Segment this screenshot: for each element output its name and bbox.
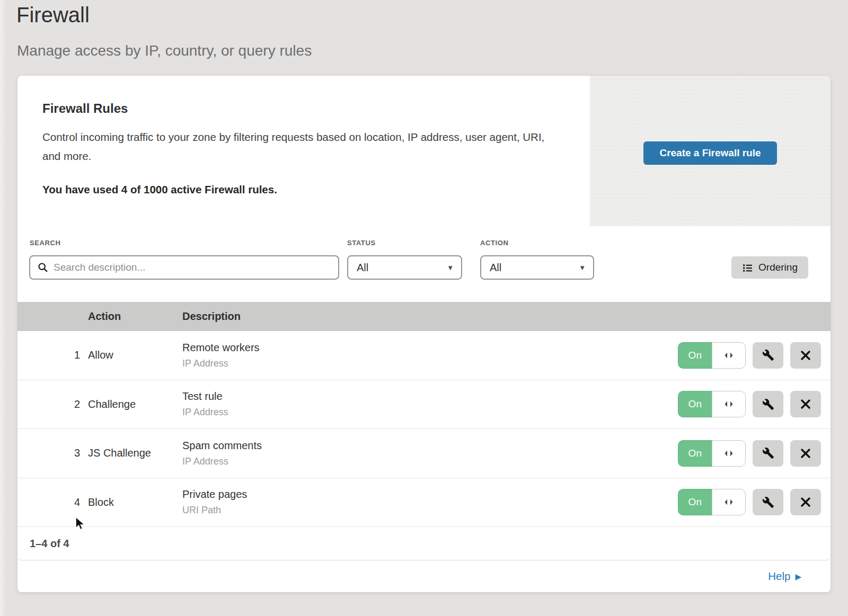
search-label: SEARCH	[30, 239, 61, 247]
close-icon	[800, 448, 811, 459]
rule-priority: 4	[17, 496, 88, 508]
overview-section: Firewall Rules Control incoming traffic …	[42, 101, 572, 196]
section-heading: Firewall Rules	[42, 101, 572, 116]
table-header: Action Description	[17, 302, 831, 331]
status-label: STATUS	[347, 239, 376, 247]
rule-description: Remote workers	[182, 342, 678, 354]
ordering-button-label: Ordering	[758, 262, 798, 273]
page-title: Firewall	[16, 3, 90, 27]
delete-rule-button[interactable]	[790, 489, 821, 515]
description-column-header: Description	[182, 310, 678, 323]
rule-enabled-toggle[interactable]: On	[678, 440, 746, 467]
pagination-status: 1–4 of 4	[17, 528, 831, 560]
table-row: 2 Challenge Test rule IP Address On	[17, 380, 831, 430]
delete-rule-button[interactable]	[790, 342, 821, 369]
toggle-on-label: On	[678, 391, 712, 417]
rule-priority: 3	[17, 447, 88, 459]
firewall-rules-card: Create a Firewall rule Firewall Rules Co…	[17, 76, 831, 592]
rule-enabled-toggle[interactable]: On	[678, 489, 746, 515]
rule-controls: On	[678, 489, 831, 515]
toggle-arrows-icon	[712, 342, 746, 369]
rule-action: Allow	[88, 349, 182, 361]
rule-enabled-toggle[interactable]: On	[678, 342, 746, 369]
table-row: 4 Block Private pages URI Path On	[17, 478, 831, 528]
rule-field-type: IP Address	[182, 456, 678, 467]
toggle-arrows-icon	[712, 440, 746, 467]
usage-summary: You have used 4 of 1000 active Firewall …	[42, 183, 572, 196]
rule-description-cell: Remote workers IP Address	[182, 342, 678, 369]
chevron-down-icon: ▼	[579, 264, 586, 272]
table-rows: 1 Allow Remote workers IP Address On	[17, 331, 831, 527]
edit-rule-button[interactable]	[753, 440, 783, 467]
action-column-header: Action	[88, 310, 182, 323]
status-select[interactable]: All ▼	[347, 255, 462, 280]
close-icon	[800, 350, 811, 361]
close-icon	[800, 497, 811, 507]
rule-field-type: IP Address	[182, 358, 678, 369]
toggle-on-label: On	[678, 440, 712, 467]
page-subtitle: Manage access by IP, country, or query r…	[17, 42, 312, 59]
rule-enabled-toggle[interactable]: On	[678, 391, 746, 417]
search-field-wrapper	[29, 255, 339, 280]
rule-description: Spam comments	[182, 440, 678, 452]
wrench-icon	[762, 398, 774, 410]
toggle-on-label: On	[678, 342, 712, 369]
edit-rule-button[interactable]	[753, 489, 783, 515]
edit-rule-button[interactable]	[753, 391, 783, 417]
rule-description-cell: Test rule IP Address	[182, 390, 678, 418]
rule-description-cell: Spam comments IP Address	[182, 440, 678, 467]
toggle-arrows-icon	[712, 489, 746, 515]
rule-action: Block	[88, 496, 182, 508]
arrow-right-icon: ▶	[795, 572, 801, 582]
toggle-arrows-icon	[712, 391, 746, 417]
rule-controls: On	[678, 342, 831, 369]
rule-description-cell: Private pages URI Path	[182, 488, 678, 516]
rule-action: Challenge	[88, 398, 182, 410]
toggle-on-label: On	[678, 489, 712, 515]
table-row: 1 Allow Remote workers IP Address On	[17, 331, 831, 380]
rule-field-type: URI Path	[182, 505, 678, 516]
delete-rule-button[interactable]	[790, 391, 821, 417]
help-link[interactable]: Help ▶	[768, 570, 801, 583]
wrench-icon	[762, 496, 774, 508]
rule-action: JS Challenge	[88, 447, 182, 459]
rule-priority: 1	[17, 349, 88, 361]
create-rule-panel: Create a Firewall rule	[590, 76, 831, 226]
filter-bar: SEARCH STATUS All ▼ ACTION All ▼ Orderin…	[17, 226, 831, 302]
edit-rule-button[interactable]	[753, 342, 783, 369]
section-description: Control incoming traffic to your zone by…	[42, 128, 546, 166]
table-row: 3 JS Challenge Spam comments IP Address …	[17, 429, 831, 478]
search-icon	[38, 262, 48, 273]
ordering-button[interactable]: Ordering	[731, 256, 808, 279]
wrench-icon	[762, 447, 774, 459]
delete-rule-button[interactable]	[790, 440, 821, 467]
close-icon	[800, 399, 811, 409]
wrench-icon	[762, 349, 774, 361]
rule-field-type: IP Address	[182, 407, 678, 418]
rule-description: Private pages	[182, 488, 678, 501]
rule-description: Test rule	[182, 390, 678, 403]
action-selected-value: All	[490, 262, 501, 274]
action-label: ACTION	[480, 239, 508, 247]
list-ordering-icon	[742, 262, 753, 273]
status-selected-value: All	[357, 262, 368, 274]
action-select[interactable]: All ▼	[480, 255, 594, 280]
help-link-label: Help	[768, 570, 790, 583]
search-input[interactable]	[54, 262, 331, 273]
create-firewall-rule-button[interactable]: Create a Firewall rule	[643, 141, 777, 165]
chevron-down-icon: ▼	[447, 264, 454, 272]
card-footer: Help ▶	[17, 561, 831, 592]
rule-priority: 2	[17, 398, 88, 410]
rule-controls: On	[678, 391, 831, 417]
rule-controls: On	[678, 440, 831, 467]
